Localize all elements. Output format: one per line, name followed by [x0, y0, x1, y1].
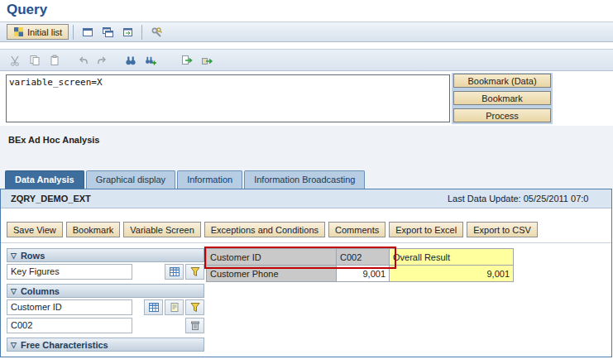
content-header-strip: ZQRY_DEMO_EXT Last Data Update: 05/25/20…	[1, 189, 611, 208]
columns-item-customer-id: Customer ID	[7, 299, 204, 316]
rows-item-key-figures: Key Figures	[7, 263, 204, 280]
paste-icon[interactable]	[45, 51, 65, 69]
toolbar-separator	[73, 25, 74, 40]
last-data-update: Last Data Update: 05/25/2011 07:0	[448, 194, 588, 204]
header-cell-overall-result[interactable]: Overall Result	[390, 249, 514, 266]
trash-icon[interactable]	[185, 318, 204, 333]
initial-list-button[interactable]: Initial list	[7, 24, 69, 40]
toolbar-separator	[141, 25, 142, 40]
table-row: Customer ID C002 Overall Result	[207, 249, 514, 266]
bex-heading: BEx Ad Hoc Analysis	[8, 135, 99, 145]
free-characteristics-section-header[interactable]: ▽ Free Characteristics	[7, 338, 204, 352]
export-excel-button[interactable]: Export to Excel	[389, 222, 463, 237]
header-cell-c002[interactable]: C002	[337, 249, 390, 266]
find-icon[interactable]	[121, 51, 141, 69]
redo-icon[interactable]	[93, 51, 113, 69]
result-table: Customer ID C002 Overall Result Customer…	[206, 248, 514, 282]
bookmark-button[interactable]: Bookmark	[453, 91, 551, 105]
collapse-triangle-icon: ▽	[11, 251, 17, 260]
free-characteristics-label: Free Characteristics	[21, 340, 108, 350]
customize-icon[interactable]	[146, 23, 166, 41]
value-row-icons	[185, 318, 204, 333]
variable-screen-button[interactable]: Variable Screen	[123, 222, 200, 237]
edit-toolbar	[0, 49, 613, 71]
filter-icon[interactable]	[185, 264, 204, 280]
cut-icon[interactable]	[5, 51, 25, 69]
execute-icon[interactable]	[177, 51, 197, 69]
paste-session-icon[interactable]	[117, 23, 137, 41]
find-next-icon[interactable]	[141, 51, 160, 69]
export-csv-button[interactable]: Export to CSV	[467, 222, 538, 237]
table-icon[interactable]	[165, 264, 184, 280]
save-view-button[interactable]: Save View	[7, 222, 63, 237]
table-row: Customer Phone 9,001 9,001	[207, 266, 514, 282]
command-input[interactable]: variable_screen=X	[6, 74, 450, 122]
customer-id-value-cell: C002	[7, 318, 132, 333]
analysis-content: ZQRY_DEMO_EXT Last Data Update: 05/25/20…	[0, 189, 612, 357]
copy-icon[interactable]	[25, 51, 45, 69]
row-label-customer-phone[interactable]: Customer Phone	[207, 266, 337, 282]
query-name: ZQRY_DEMO_EXT	[11, 194, 91, 204]
horizontal-divider	[1, 242, 611, 243]
customer-id-label: Customer ID	[7, 299, 132, 315]
header-cell-customer-id[interactable]: Customer ID	[207, 249, 337, 266]
comments-button[interactable]: Comments	[328, 222, 386, 237]
undo-icon[interactable]	[73, 51, 93, 69]
new-session-icon[interactable]	[78, 23, 98, 41]
navigation-panel: ▽ Rows Key Figures ▽ Columns	[7, 248, 204, 352]
tab-strip: Data Analysis Graphical display Informat…	[5, 170, 366, 189]
column-item-icons	[144, 299, 204, 315]
tab-information-broadcasting[interactable]: Information Broadcasting	[244, 170, 365, 189]
page-title: Query	[7, 2, 47, 18]
tab-information[interactable]: Information	[177, 170, 242, 189]
bookmark-action-button[interactable]: Bookmark	[66, 222, 121, 237]
transport-icon[interactable]	[197, 51, 217, 69]
key-figures-label: Key Figures	[7, 264, 132, 280]
side-button-panel: Bookmark (Data) Bookmark Process	[452, 73, 553, 124]
tab-data-analysis[interactable]: Data Analysis	[5, 170, 84, 189]
columns-section-header[interactable]: ▽ Columns	[7, 284, 204, 298]
filter-icon[interactable]	[185, 299, 204, 315]
data-cell-value: 9,001	[337, 266, 390, 282]
data-cell-overall-result: 9,001	[390, 266, 514, 282]
collapse-triangle-icon: ▽	[11, 341, 17, 349]
bookmark-data-button[interactable]: Bookmark (Data)	[453, 74, 551, 88]
table-icon[interactable]	[144, 299, 163, 315]
initial-list-icon	[13, 26, 24, 37]
exceptions-conditions-button[interactable]: Exceptions and Conditions	[204, 222, 325, 237]
rows-section-header[interactable]: ▽ Rows	[7, 248, 204, 262]
collapse-triangle-icon: ▽	[11, 287, 17, 295]
row-item-icons	[165, 264, 204, 280]
application-toolbar: Initial list	[0, 22, 613, 42]
process-button[interactable]: Process	[453, 108, 551, 122]
columns-value-row: C002	[7, 317, 204, 334]
action-button-row: Save View Bookmark Variable Screen Excep…	[7, 222, 538, 237]
initial-list-label: Initial list	[27, 27, 62, 37]
columns-section-label: Columns	[21, 286, 60, 296]
copy-session-icon[interactable]	[98, 23, 117, 41]
rows-section-label: Rows	[21, 251, 45, 261]
sap-query-screen: Query Initial list	[0, 0, 613, 364]
tab-graphical-display[interactable]: Graphical display	[86, 170, 175, 189]
properties-icon[interactable]	[165, 299, 184, 315]
